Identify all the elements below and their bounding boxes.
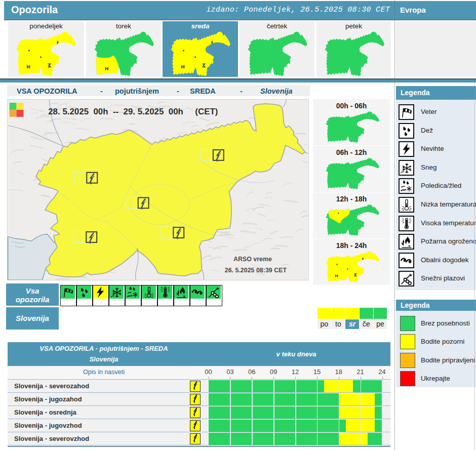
svg-text:28. 5.2025 00h -- 29. 5.202: 28. 5.2025 00h -- 29. 5.2025 00h (CET) <box>48 107 218 116</box>
svg-text:ARSO vreme: ARSO vreme <box>233 256 272 263</box>
svg-text:26. 5.2025 08:39 CET: 26. 5.2025 08:39 CET <box>225 267 287 274</box>
